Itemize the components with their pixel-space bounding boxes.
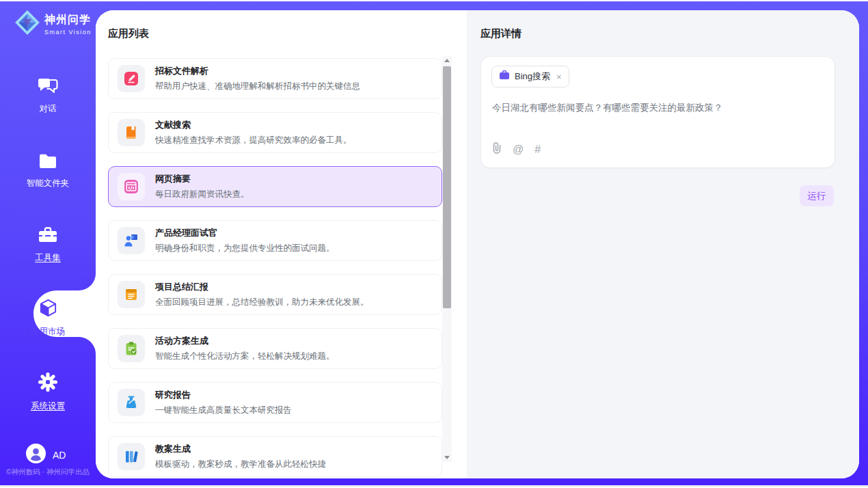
app-card[interactable]: 文献搜索 快速精准查找学术资源，提高研究效率的必备工具。 — [108, 112, 442, 153]
close-icon[interactable]: × — [556, 72, 562, 81]
project-icon — [123, 286, 139, 303]
app-card[interactable]: 招标文件解析 帮助用户快速、准确地理解和解析招标书中的关键信息 — [108, 58, 442, 99]
app-icon-tile — [118, 227, 145, 254]
scrollbar-thumb[interactable] — [443, 66, 451, 308]
folder-icon — [0, 152, 96, 172]
app-card-title: 研究报告 — [155, 389, 292, 401]
app-card-title: 网页摘要 — [155, 173, 249, 185]
app-card-desc: 智能生成个性化活动方案，轻松解决规划难题。 — [155, 351, 335, 362]
sidebar-item-settings[interactable]: 系统设置 — [0, 372, 96, 412]
app-card[interactable]: 教案生成 模板驱动，教案秒成，教学准备从此轻松快捷 — [108, 436, 442, 477]
brand-subtitle: Smart Vision — [44, 29, 92, 36]
app-card-desc: 模板驱动，教案秒成，教学准备从此轻松快捷 — [155, 459, 326, 470]
sidebar-item-label: 系统设置 — [31, 401, 65, 411]
lesson-icon — [123, 448, 139, 465]
sidebar-item-label: 对话 — [40, 104, 57, 113]
toolbox-icon — [0, 226, 96, 247]
app-card-title: 文献搜索 — [155, 119, 352, 131]
cube-icon — [0, 298, 96, 321]
tool-chip-bing-search[interactable]: Bing搜索 × — [491, 66, 569, 87]
activity-icon — [123, 340, 139, 357]
sidebar-item-label: 智能文件夹 — [27, 178, 70, 188]
app-card-title: 产品经理面试官 — [155, 227, 335, 239]
diamond-logo-icon — [14, 9, 41, 39]
app-list: 招标文件解析 帮助用户快速、准确地理解和解析招标书中的关键信息 文献搜索 快速精… — [108, 58, 442, 478]
input-toolbar: @ # — [492, 142, 541, 157]
app-card-desc: 帮助用户快速、准确地理解和解析招标书中的关键信息 — [155, 81, 360, 92]
app-card[interactable]: 网页摘要 每日政府新闻资讯快查。 — [108, 166, 442, 207]
bottom-divider — [0, 486, 868, 487]
app-detail-title: 应用详情 — [480, 27, 521, 40]
query-input-card[interactable]: Bing搜索 × 今日湖北有哪些新闻要点？有哪些需要关注的最新政策？ @ # — [480, 56, 835, 168]
literature-icon — [123, 124, 139, 141]
app-card[interactable]: 研究报告 一键智能生成高质量长文本研究报告 — [108, 382, 442, 423]
app-card-desc: 全面回顾项目进展，总结经验教训，助力未来优化发展。 — [155, 297, 369, 308]
app-card-desc: 明确身份和职责，为您提供专业性的面试问题。 — [155, 243, 335, 254]
main-content: 应用列表 招标文件解析 帮助用户快速、准确地理解和解析招标书中的关键信息 文献搜… — [96, 10, 859, 478]
run-button[interactable]: 运行 — [800, 185, 834, 206]
app-card[interactable]: 产品经理面试官 明确身份和职责，为您提供专业性的面试问题。 — [108, 220, 442, 261]
app-card-title: 活动方案生成 — [155, 335, 335, 347]
sidebar-item-label: 工具集 — [35, 253, 61, 262]
user-initials: AD — [53, 450, 66, 461]
app-card-title: 招标文件解析 — [155, 65, 360, 77]
app-list-title: 应用列表 — [108, 27, 149, 40]
sidebar-item-label: 应用市场 — [31, 327, 65, 336]
avatar-icon — [26, 444, 46, 466]
sidebar-item-smart-folder[interactable]: 智能文件夹 — [0, 152, 96, 189]
app-icon-tile — [118, 281, 145, 308]
webpage-icon — [123, 178, 139, 195]
mention-icon[interactable]: @ — [513, 144, 524, 156]
scrollbar-up-arrow[interactable] — [442, 56, 452, 65]
app-card-desc: 每日政府新闻资讯快查。 — [155, 189, 249, 200]
app-icon-tile — [118, 173, 145, 200]
app-icon-tile — [118, 119, 145, 146]
app-window: 神州问学 Smart Vision 对话 智能文件夹 — [0, 0, 868, 488]
app-list-panel: 应用列表 招标文件解析 帮助用户快速、准确地理解和解析招标书中的关键信息 文献搜… — [96, 10, 467, 478]
gear-icon — [0, 372, 96, 395]
app-card[interactable]: 项目总结汇报 全面回顾项目进展，总结经验教训，助力未来优化发展。 — [108, 274, 442, 315]
sidebar: 神州问学 Smart Vision 对话 智能文件夹 — [0, 1, 96, 485]
list-scrollbar[interactable] — [442, 56, 452, 462]
app-card-title: 教案生成 — [155, 443, 326, 455]
app-detail-panel: 应用详情 Bing搜索 × 今日湖北有哪些新闻要点？有哪些需要关注的最新政策？ — [467, 10, 859, 478]
hash-icon[interactable]: # — [534, 144, 541, 156]
brand-name: 神州问学 — [44, 13, 92, 27]
research-icon — [123, 394, 139, 411]
app-icon-tile — [118, 389, 145, 416]
sidebar-item-toolset[interactable]: 工具集 — [0, 226, 96, 264]
copyright-text: ©神州数码 · 神州问学出品 — [0, 467, 96, 477]
scrollbar-down-arrow[interactable] — [442, 453, 452, 462]
app-card-title: 项目总结汇报 — [155, 281, 369, 293]
briefcase-icon — [499, 70, 510, 83]
sidebar-item-chat[interactable]: 对话 — [0, 77, 96, 115]
brand-logo: 神州问学 Smart Vision — [14, 9, 92, 39]
sidebar-item-app-market[interactable]: 应用市场 — [0, 298, 96, 338]
app-card-desc: 快速精准查找学术资源，提高研究效率的必备工具。 — [155, 135, 352, 146]
attachment-icon[interactable] — [492, 142, 502, 157]
tool-chip-label: Bing搜索 — [515, 70, 550, 83]
tender-doc-icon — [123, 70, 139, 87]
interview-icon — [123, 232, 139, 249]
app-card-desc: 一键智能生成高质量长文本研究报告 — [155, 405, 292, 416]
app-icon-tile — [118, 443, 145, 470]
app-card[interactable]: 活动方案生成 智能生成个性化活动方案，轻松解决规划难题。 — [108, 328, 442, 369]
app-icon-tile — [118, 335, 145, 362]
chat-icon — [0, 77, 96, 98]
query-text[interactable]: 今日湖北有哪些新闻要点？有哪些需要关注的最新政策？ — [492, 102, 820, 114]
user-account[interactable]: AD — [26, 444, 66, 466]
app-icon-tile — [118, 65, 145, 92]
